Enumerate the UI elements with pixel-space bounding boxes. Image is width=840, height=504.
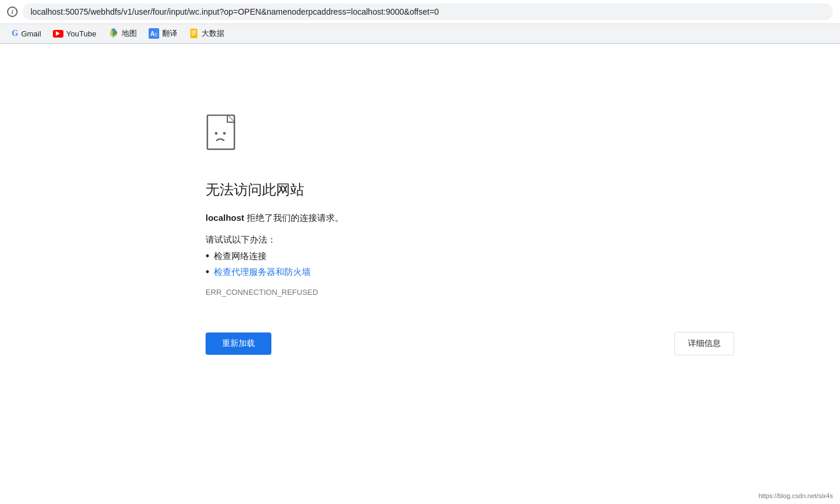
bookmark-gmail-label: Gmail — [21, 29, 41, 38]
error-description: localhost 拒绝了我们的连接请求。 — [206, 211, 840, 225]
bookmark-gmail[interactable]: G Gmail — [7, 27, 46, 40]
bookmark-youtube-label: YouTube — [66, 29, 96, 38]
bookmark-maps-label: 地图 — [122, 28, 137, 39]
translate-icon: A 文 — [149, 28, 159, 39]
bookmark-maps[interactable]: 地图 — [103, 26, 142, 41]
svg-rect-7 — [191, 34, 194, 35]
suggestion-proxy-link[interactable]: 检查代理服务器和防火墙 — [214, 267, 311, 278]
svg-rect-10 — [223, 132, 226, 135]
suggestions-label: 请试试以下办法： — [206, 234, 840, 246]
reload-button[interactable]: 重新加载 — [206, 332, 271, 355]
error-page: 无法访问此网站 localhost 拒绝了我们的连接请求。 请试试以下办法： 检… — [0, 44, 840, 473]
maps-icon — [108, 28, 119, 39]
bottom-buttons: 重新加载 详细信息 — [206, 332, 734, 355]
suggestion-network: 检查网络连接 — [206, 250, 840, 263]
svg-text:文: 文 — [154, 32, 158, 36]
bookmark-translate-label: 翻译 — [162, 28, 177, 39]
svg-rect-5 — [191, 31, 196, 32]
details-button[interactable]: 详细信息 — [674, 332, 734, 355]
bookmark-translate[interactable]: A 文 翻译 — [144, 26, 182, 41]
error-desc-suffix: 拒绝了我们的连接请求。 — [244, 213, 344, 223]
gmail-icon: G — [12, 29, 18, 38]
bookmark-youtube[interactable]: YouTube — [48, 28, 101, 40]
error-host: localhost — [206, 213, 244, 223]
bottom-right-link: https://blog.csdn.net/six4s — [758, 492, 833, 499]
error-document-icon — [206, 115, 241, 154]
youtube-icon — [53, 30, 63, 38]
bookmark-bigdata-label: 大数据 — [201, 28, 224, 39]
bigdata-icon — [189, 28, 199, 39]
info-icon: i — [7, 6, 18, 17]
address-bar[interactable] — [22, 4, 833, 20]
bookmarks-bar: G Gmail YouTube 地图 A 文 翻译 — [0, 24, 840, 43]
bookmark-bigdata[interactable]: 大数据 — [184, 26, 229, 41]
suggestion-network-text: 检查网络连接 — [214, 251, 267, 262]
svg-rect-6 — [191, 32, 196, 33]
suggestions-list: 检查网络连接 检查代理服务器和防火墙 — [206, 250, 840, 278]
address-bar-row: i — [0, 0, 840, 24]
error-code: ERR_CONNECTION_REFUSED — [206, 288, 840, 297]
error-title: 无法访问此网站 — [206, 180, 840, 199]
suggestion-proxy: 检查代理服务器和防火墙 — [206, 266, 840, 278]
svg-rect-9 — [215, 132, 217, 135]
